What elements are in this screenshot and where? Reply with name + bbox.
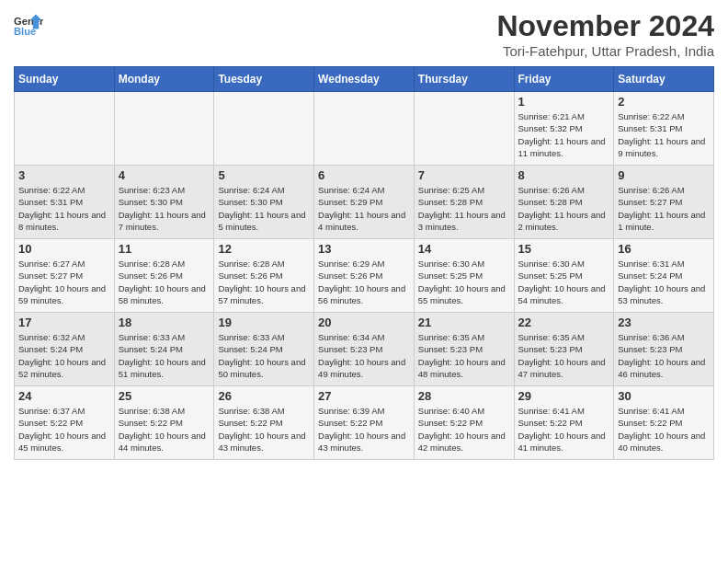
calendar-cell: 8Sunrise: 6:26 AM Sunset: 5:28 PM Daylig… (514, 166, 614, 239)
calendar-cell: 11Sunrise: 6:28 AM Sunset: 5:26 PM Dayli… (114, 239, 214, 313)
calendar-cell: 17Sunrise: 6:32 AM Sunset: 5:24 PM Dayli… (15, 313, 115, 386)
day-number: 6 (318, 168, 410, 182)
day-number: 4 (119, 168, 210, 182)
day-number: 8 (518, 168, 610, 182)
col-tuesday: Tuesday (214, 67, 314, 92)
day-info: Sunrise: 6:33 AM Sunset: 5:24 PM Dayligh… (119, 331, 210, 380)
col-saturday: Saturday (614, 67, 714, 92)
day-number: 7 (418, 168, 510, 182)
calendar-cell (214, 92, 314, 166)
day-number: 30 (618, 389, 710, 403)
calendar-cell: 28Sunrise: 6:40 AM Sunset: 5:22 PM Dayli… (414, 386, 514, 460)
day-number: 18 (119, 316, 210, 329)
calendar-cell: 25Sunrise: 6:38 AM Sunset: 5:22 PM Dayli… (114, 386, 214, 460)
col-wednesday: Wednesday (314, 67, 415, 92)
day-info: Sunrise: 6:26 AM Sunset: 5:28 PM Dayligh… (518, 184, 610, 233)
day-info: Sunrise: 6:37 AM Sunset: 5:22 PM Dayligh… (18, 405, 110, 454)
calendar-cell: 13Sunrise: 6:29 AM Sunset: 5:26 PM Dayli… (314, 239, 415, 313)
day-info: Sunrise: 6:41 AM Sunset: 5:22 PM Dayligh… (518, 405, 610, 454)
calendar-cell: 19Sunrise: 6:33 AM Sunset: 5:24 PM Dayli… (214, 313, 314, 386)
calendar-table: Sunday Monday Tuesday Wednesday Thursday… (14, 66, 714, 460)
col-friday: Friday (514, 67, 614, 92)
day-info: Sunrise: 6:22 AM Sunset: 5:31 PM Dayligh… (18, 184, 110, 233)
calendar-week-5: 24Sunrise: 6:37 AM Sunset: 5:22 PM Dayli… (15, 386, 714, 460)
svg-text:Blue: Blue (14, 26, 36, 37)
calendar-cell: 21Sunrise: 6:35 AM Sunset: 5:23 PM Dayli… (414, 313, 514, 386)
day-number: 24 (18, 389, 110, 403)
day-info: Sunrise: 6:24 AM Sunset: 5:29 PM Dayligh… (318, 184, 410, 233)
day-number: 25 (119, 389, 210, 403)
day-number: 10 (18, 242, 110, 256)
day-info: Sunrise: 6:33 AM Sunset: 5:24 PM Dayligh… (218, 331, 310, 380)
day-info: Sunrise: 6:38 AM Sunset: 5:22 PM Dayligh… (119, 405, 210, 454)
calendar-cell: 3Sunrise: 6:22 AM Sunset: 5:31 PM Daylig… (15, 166, 115, 239)
calendar-cell: 2Sunrise: 6:22 AM Sunset: 5:31 PM Daylig… (614, 92, 714, 166)
calendar-cell: 12Sunrise: 6:28 AM Sunset: 5:26 PM Dayli… (214, 239, 314, 313)
day-number: 12 (218, 242, 310, 256)
col-sunday: Sunday (15, 67, 115, 92)
day-info: Sunrise: 6:40 AM Sunset: 5:22 PM Dayligh… (418, 405, 510, 454)
day-number: 22 (518, 316, 610, 329)
day-number: 15 (518, 242, 610, 256)
calendar-cell: 22Sunrise: 6:35 AM Sunset: 5:23 PM Dayli… (514, 313, 614, 386)
day-info: Sunrise: 6:30 AM Sunset: 5:25 PM Dayligh… (518, 258, 610, 306)
calendar-cell: 6Sunrise: 6:24 AM Sunset: 5:29 PM Daylig… (314, 166, 415, 239)
logo-icon: General Blue (14, 13, 43, 39)
day-info: Sunrise: 6:25 AM Sunset: 5:28 PM Dayligh… (418, 184, 510, 233)
day-number: 28 (418, 389, 510, 403)
day-number: 26 (218, 389, 310, 403)
calendar-week-4: 17Sunrise: 6:32 AM Sunset: 5:24 PM Dayli… (15, 313, 714, 386)
day-number: 19 (218, 316, 310, 329)
calendar-week-3: 10Sunrise: 6:27 AM Sunset: 5:27 PM Dayli… (15, 239, 714, 313)
header-row: Sunday Monday Tuesday Wednesday Thursday… (15, 67, 714, 92)
calendar-cell: 23Sunrise: 6:36 AM Sunset: 5:23 PM Dayli… (614, 313, 714, 386)
calendar-cell: 9Sunrise: 6:26 AM Sunset: 5:27 PM Daylig… (614, 166, 714, 239)
day-number: 17 (18, 316, 110, 329)
calendar-cell: 5Sunrise: 6:24 AM Sunset: 5:30 PM Daylig… (214, 166, 314, 239)
day-number: 11 (119, 242, 210, 256)
header: General Blue November 2024 Tori-Fatehpur… (14, 9, 714, 59)
calendar-cell: 20Sunrise: 6:34 AM Sunset: 5:23 PM Dayli… (314, 313, 415, 386)
calendar-cell: 24Sunrise: 6:37 AM Sunset: 5:22 PM Dayli… (15, 386, 115, 460)
calendar-cell (314, 92, 415, 166)
day-info: Sunrise: 6:34 AM Sunset: 5:23 PM Dayligh… (318, 331, 410, 380)
calendar-cell: 27Sunrise: 6:39 AM Sunset: 5:22 PM Dayli… (314, 386, 415, 460)
day-info: Sunrise: 6:31 AM Sunset: 5:24 PM Dayligh… (618, 258, 710, 306)
calendar-cell: 7Sunrise: 6:25 AM Sunset: 5:28 PM Daylig… (414, 166, 514, 239)
calendar-cell (414, 92, 514, 166)
day-number: 5 (218, 168, 310, 182)
calendar-cell: 15Sunrise: 6:30 AM Sunset: 5:25 PM Dayli… (514, 239, 614, 313)
day-number: 13 (318, 242, 410, 256)
calendar-cell: 1Sunrise: 6:21 AM Sunset: 5:32 PM Daylig… (514, 92, 614, 166)
day-number: 20 (318, 316, 410, 329)
calendar-cell: 16Sunrise: 6:31 AM Sunset: 5:24 PM Dayli… (614, 239, 714, 313)
day-info: Sunrise: 6:28 AM Sunset: 5:26 PM Dayligh… (218, 258, 310, 306)
calendar-cell: 26Sunrise: 6:38 AM Sunset: 5:22 PM Dayli… (214, 386, 314, 460)
day-info: Sunrise: 6:35 AM Sunset: 5:23 PM Dayligh… (518, 331, 610, 380)
day-info: Sunrise: 6:32 AM Sunset: 5:24 PM Dayligh… (18, 331, 110, 380)
day-info: Sunrise: 6:26 AM Sunset: 5:27 PM Dayligh… (618, 184, 710, 233)
day-info: Sunrise: 6:39 AM Sunset: 5:22 PM Dayligh… (318, 405, 410, 454)
day-number: 16 (618, 242, 710, 256)
day-info: Sunrise: 6:29 AM Sunset: 5:26 PM Dayligh… (318, 258, 410, 306)
calendar-cell (114, 92, 214, 166)
calendar-cell: 10Sunrise: 6:27 AM Sunset: 5:27 PM Dayli… (15, 239, 115, 313)
day-info: Sunrise: 6:23 AM Sunset: 5:30 PM Dayligh… (119, 184, 210, 233)
day-number: 29 (518, 389, 610, 403)
day-info: Sunrise: 6:36 AM Sunset: 5:23 PM Dayligh… (618, 331, 710, 380)
day-info: Sunrise: 6:38 AM Sunset: 5:22 PM Dayligh… (218, 405, 310, 454)
day-number: 9 (618, 168, 710, 182)
day-info: Sunrise: 6:24 AM Sunset: 5:30 PM Dayligh… (218, 184, 310, 233)
day-number: 14 (418, 242, 510, 256)
day-info: Sunrise: 6:30 AM Sunset: 5:25 PM Dayligh… (418, 258, 510, 306)
day-number: 2 (618, 95, 710, 109)
day-info: Sunrise: 6:35 AM Sunset: 5:23 PM Dayligh… (418, 331, 510, 380)
day-number: 23 (618, 316, 710, 329)
day-number: 1 (518, 95, 610, 109)
day-info: Sunrise: 6:28 AM Sunset: 5:26 PM Dayligh… (119, 258, 210, 306)
day-info: Sunrise: 6:21 AM Sunset: 5:32 PM Dayligh… (518, 110, 610, 159)
day-info: Sunrise: 6:27 AM Sunset: 5:27 PM Dayligh… (18, 258, 110, 306)
calendar-cell: 30Sunrise: 6:41 AM Sunset: 5:22 PM Dayli… (614, 386, 714, 460)
subtitle: Tori-Fatehpur, Uttar Pradesh, India (496, 43, 714, 59)
day-info: Sunrise: 6:22 AM Sunset: 5:31 PM Dayligh… (618, 110, 710, 159)
